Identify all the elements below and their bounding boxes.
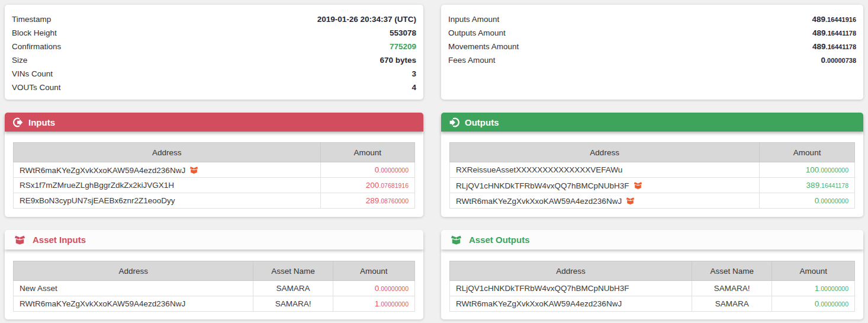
asset-name-column-header: Asset Name — [692, 261, 772, 281]
amount-value: 0.00000738 — [821, 56, 856, 65]
inputs-outputs-row: Inputs Address Amount RWtR6maKYeZgXvkXxo… — [0, 113, 868, 217]
address-text[interactable]: RWtR6maKYeZgXvkXxoKAW59A4ezd236NwJ — [456, 197, 622, 206]
amount-decimals: .00000000 — [379, 300, 409, 308]
inputs-title: Inputs — [28, 117, 55, 127]
asset-inputs-body: Address Asset Name Amount New AssetSAMAR… — [5, 250, 423, 319]
summary-label: Block Height — [12, 28, 57, 37]
address-text[interactable]: RE9xBoN3cypUN7sjEAEBx6znr2Z1eooDyy — [20, 196, 175, 205]
address-cell[interactable]: RSx1f7mZMrueZLghBggrZdkZx2kiJVGX1H — [14, 178, 321, 193]
summary-row: VINs Count3 — [12, 67, 416, 81]
sign-out-icon — [13, 117, 23, 127]
address-text[interactable]: RWtR6maKYeZgXvkXxoKAW59A4ezd236NwJ — [456, 299, 622, 308]
table-row: RXReissueAssetXXXXXXXXXXXXXXVEFAWu100.00… — [450, 162, 855, 178]
address-column-header: Address — [450, 143, 760, 162]
amounts-summary-card: Inputs Amount489.16441916Outputs Amount4… — [441, 5, 863, 100]
address-cell[interactable]: RXReissueAssetXXXXXXXXXXXXXXVEFAWu — [450, 162, 760, 178]
asset-name-cell: SAMARA! — [253, 296, 333, 312]
address-cell[interactable]: RWtR6maKYeZgXvkXxoKAW59A4ezd236NwJ — [14, 162, 321, 178]
amount-column-header: Amount — [760, 143, 855, 162]
address-cell[interactable]: RLjQV1cHNKDkTFRbW4vxQQ7hBMCpNUbH3F — [450, 178, 760, 193]
amount-integer: 200 — [366, 181, 380, 190]
amount-value: 0.00000000 — [375, 284, 409, 293]
address-text[interactable]: RLjQV1cHNKDkTFRbW4vxQQ7hBMCpNUbH3F — [456, 284, 629, 293]
asset-outputs-title: Asset Outputs — [469, 235, 530, 245]
asset-outputs-section: Asset Outputs Address Asset Name Amount … — [441, 230, 863, 319]
address-text[interactable]: RXReissueAssetXXXXXXXXXXXXXXVEFAWu — [456, 165, 622, 174]
amount-decimals: .08760000 — [379, 197, 409, 204]
address-cell[interactable]: RWtR6maKYeZgXvkXxoKAW59A4ezd236NwJ — [450, 193, 760, 209]
amount-decimals: .16441178 — [826, 30, 856, 37]
summary-row: Size670 bytes — [12, 53, 416, 67]
table-row: RWtR6maKYeZgXvkXxoKAW59A4ezd236NwJSAMARA… — [14, 296, 415, 312]
address-cell[interactable]: New Asset — [14, 281, 253, 296]
address-cell[interactable]: RWtR6maKYeZgXvkXxoKAW59A4ezd236NwJ — [14, 296, 253, 312]
summary-row: Fees Amount0.00000738 — [448, 53, 856, 67]
box-open-icon — [451, 234, 462, 245]
address-cell[interactable]: RLjQV1cHNKDkTFRbW4vxQQ7hBMCpNUbH3F — [450, 281, 692, 296]
amount-column-header: Amount — [772, 261, 855, 281]
amount-decimals: .00000000 — [379, 167, 409, 174]
amount-cell: 289.08760000 — [320, 193, 414, 209]
outputs-header: Outputs — [441, 113, 863, 132]
asset-inputs-section: Asset Inputs Address Asset Name Amount N… — [5, 230, 423, 319]
amount-decimals: .00000000 — [819, 167, 848, 174]
amount-value: 389.16441178 — [806, 181, 848, 190]
asset-name-cell: SAMARA — [692, 296, 772, 312]
box-open-icon — [14, 234, 25, 245]
summary-label: Fees Amount — [448, 56, 496, 65]
amount-cell: 1.00000000 — [333, 296, 414, 312]
box-open-icon — [634, 181, 642, 190]
address-text[interactable]: RLjQV1cHNKDkTFRbW4vxQQ7hBMCpNUbH3F — [456, 181, 629, 190]
amount-cell: 0.00000000 — [772, 296, 855, 312]
address-text[interactable]: RWtR6maKYeZgXvkXxoKAW59A4ezd236NwJ — [20, 166, 185, 175]
summary-value: 670 bytes — [380, 56, 416, 65]
summary-value: 775209 — [390, 42, 416, 51]
address-column-header: Address — [14, 143, 321, 162]
address-text[interactable]: New Asset — [20, 284, 57, 293]
table-header-row: Address Amount — [14, 143, 415, 162]
inputs-header: Inputs — [5, 113, 423, 132]
table-row: RLjQV1cHNKDkTFRbW4vxQQ7hBMCpNUbH3FSAMARA… — [450, 281, 855, 296]
amount-decimals: .00000000 — [819, 197, 848, 204]
summary-label: Size — [12, 56, 27, 65]
address-cell[interactable]: RWtR6maKYeZgXvkXxoKAW59A4ezd236NwJ — [450, 296, 692, 312]
summary-label: VOUTs Count — [12, 83, 61, 92]
table-row: RSx1f7mZMrueZLghBggrZdkZx2kiJVGX1H200.07… — [14, 178, 415, 193]
summary-label: Confirmations — [12, 42, 61, 51]
summary-row: Movements Amount489.16441178 — [448, 40, 856, 53]
address-column-header: Address — [14, 261, 253, 281]
table-row: RE9xBoN3cypUN7sjEAEBx6znr2Z1eooDyy289.08… — [14, 193, 415, 209]
amount-value: 1.00000000 — [375, 299, 409, 308]
amount-value: 200.07681916 — [366, 181, 409, 190]
summary-value: 4 — [412, 83, 416, 92]
sign-in-icon — [449, 117, 459, 127]
amount-decimals: .00000000 — [819, 300, 848, 308]
address-text[interactable]: RWtR6maKYeZgXvkXxoKAW59A4ezd236NwJ — [20, 299, 185, 308]
amount-integer: 489 — [812, 28, 826, 37]
address-text[interactable]: RSx1f7mZMrueZLghBggrZdkZx2kiJVGX1H — [20, 181, 174, 190]
amount-decimals: .00000000 — [819, 285, 848, 292]
summary-label: VINs Count — [12, 69, 53, 78]
amount-cell: 389.16441178 — [760, 178, 855, 193]
amount-decimals: .16441178 — [819, 182, 848, 189]
asset-outputs-header: Asset Outputs — [441, 230, 863, 250]
amount-decimals: .00000000 — [379, 285, 409, 292]
inputs-body: Address Amount RWtR6maKYeZgXvkXxoKAW59A4… — [5, 132, 423, 217]
address-cell[interactable]: RE9xBoN3cypUN7sjEAEBx6znr2Z1eooDyy — [14, 193, 321, 209]
table-header-row: Address Amount — [450, 143, 855, 162]
asset-row: Asset Inputs Address Asset Name Amount N… — [0, 230, 868, 319]
asset-name-column-header: Asset Name — [253, 261, 333, 281]
summary-label: Outputs Amount — [448, 28, 506, 37]
table-header-row: Address Asset Name Amount — [450, 261, 855, 281]
amount-cell: 0.00000000 — [333, 281, 414, 296]
table-row: RWtR6maKYeZgXvkXxoKAW59A4ezd236NwJ0.0000… — [14, 162, 415, 178]
amount-value: 289.08760000 — [366, 196, 409, 205]
amount-integer: 289 — [366, 196, 380, 205]
amount-value: 1.00000000 — [815, 284, 848, 293]
summary-value: 3 — [412, 69, 416, 78]
box-open-icon — [626, 196, 635, 205]
amount-value: 489.16441178 — [812, 28, 856, 37]
amount-value: 100.00000000 — [806, 165, 848, 174]
summary-row: VOUTs Count4 — [12, 81, 416, 94]
amount-value: 0.00000000 — [375, 165, 409, 174]
